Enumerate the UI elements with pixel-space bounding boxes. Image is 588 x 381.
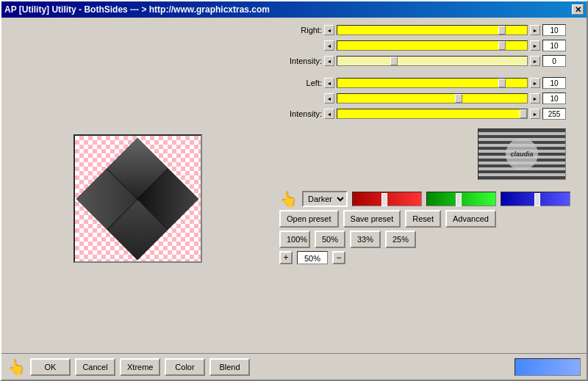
- right2-slider-track[interactable]: [337, 40, 528, 51]
- right2-slider-row: ◄ ► 10: [279, 39, 581, 52]
- right1-left-arrow[interactable]: ◄: [324, 25, 334, 35]
- zoom-plus-button[interactable]: +: [279, 251, 293, 264]
- right2-value: 10: [542, 40, 566, 51]
- window-title: AP [Utility] Utility - BothSides --- > h…: [4, 4, 572, 15]
- content-area: Right: ◄ ► 10 ◄ ► 10 Intensity: ◄: [1, 18, 587, 380]
- left1-left-arrow[interactable]: ◄: [324, 78, 334, 88]
- zoom-presets-row: 100% 50% 33% 25%: [279, 231, 581, 248]
- left2-left-arrow[interactable]: ◄: [324, 93, 334, 104]
- open-preset-button[interactable]: Open preset: [279, 210, 339, 228]
- zoom-current-value: 50%: [297, 251, 328, 264]
- blue-slider[interactable]: [501, 192, 570, 206]
- left2-value: 10: [542, 92, 566, 104]
- close-button[interactable]: ✕: [572, 4, 584, 15]
- zoom-control-row: + 50% −: [279, 251, 581, 264]
- left1-value: 10: [542, 77, 566, 89]
- red-slider[interactable]: [352, 192, 422, 206]
- mode-color-row: 👆 Darker: [279, 191, 581, 207]
- intensity1-slider-track[interactable]: [337, 56, 528, 66]
- green-slider-thumb[interactable]: [456, 193, 462, 206]
- right2-slider-thumb[interactable]: [498, 41, 506, 50]
- zoom-33-button[interactable]: 33%: [350, 231, 381, 248]
- intensity1-right-arrow[interactable]: ►: [530, 56, 540, 66]
- preview-circle: claudia: [506, 138, 538, 170]
- gap1: [279, 70, 581, 74]
- color-preview-box: [514, 358, 581, 376]
- right2-left-arrow[interactable]: ◄: [324, 40, 334, 51]
- bottom-controls: 👆 Darker Open preset: [279, 191, 581, 267]
- intensity1-slider-row: Intensity: ◄ ► 0: [279, 54, 581, 68]
- blue-slider-thumb[interactable]: [534, 193, 540, 206]
- right-slider-group: Right: ◄ ► 10: [279, 23, 581, 37]
- green-slider[interactable]: [426, 192, 496, 206]
- zoom-minus-button[interactable]: −: [332, 251, 345, 264]
- cancel-button[interactable]: Cancel: [75, 358, 115, 376]
- right1-slider-thumb[interactable]: [498, 26, 506, 35]
- right1-slider-track[interactable]: [337, 25, 528, 35]
- left-label: Left:: [279, 79, 322, 87]
- main-window: AP [Utility] Utility - BothSides --- > h…: [0, 0, 588, 381]
- save-preset-button[interactable]: Save preset: [343, 210, 401, 228]
- intensity2-left-arrow[interactable]: ◄: [324, 109, 334, 119]
- preview-canvas: [74, 134, 202, 263]
- hand-icon-1: 👆: [279, 192, 298, 206]
- left-panel: [1, 18, 273, 380]
- intensity1-slider-thumb[interactable]: [390, 57, 398, 65]
- intensity2-slider-track[interactable]: [337, 109, 528, 119]
- xtreme-button[interactable]: Xtreme: [120, 358, 160, 376]
- ok-button[interactable]: OK: [30, 358, 71, 376]
- zoom-100-button[interactable]: 100%: [279, 231, 310, 248]
- left2-slider-row: ◄ ► 10: [279, 92, 581, 105]
- color-button[interactable]: Color: [165, 358, 205, 376]
- intensity1-value: 0: [542, 55, 566, 67]
- right1-right-arrow[interactable]: ►: [530, 25, 540, 35]
- intensity1-label: Intensity:: [279, 57, 322, 65]
- bottom-bar: 👆 OK Cancel Xtreme Color Blend: [1, 353, 587, 380]
- zoom-25-button[interactable]: 25%: [385, 231, 416, 248]
- blend-button[interactable]: Blend: [209, 358, 250, 376]
- right-panel: Right: ◄ ► 10 ◄ ► 10 Intensity: ◄: [273, 18, 587, 380]
- right2-right-arrow[interactable]: ►: [530, 40, 540, 51]
- intensity2-value: 255: [542, 108, 566, 120]
- zoom-50-button[interactable]: 50%: [315, 231, 345, 248]
- left-slider-group: Left: ◄ ► 10: [279, 76, 581, 90]
- blend-mode-select[interactable]: Darker: [302, 191, 348, 207]
- intensity2-label: Intensity:: [279, 109, 322, 118]
- stripe-preview: claudia: [478, 128, 566, 180]
- preset-buttons-row: Open preset Save preset Reset Advanced: [279, 210, 581, 228]
- left2-right-arrow[interactable]: ►: [530, 93, 540, 104]
- reset-button[interactable]: Reset: [405, 210, 441, 228]
- intensity2-right-arrow[interactable]: ►: [530, 109, 540, 119]
- left1-slider-track[interactable]: [337, 78, 528, 88]
- intensity2-slider-row: Intensity: ◄ ► 255: [279, 107, 581, 120]
- title-bar: AP [Utility] Utility - BothSides --- > h…: [1, 1, 587, 18]
- left2-slider-track[interactable]: [337, 93, 528, 104]
- intensity2-slider-thumb[interactable]: [520, 109, 527, 118]
- preview-thumb-area: claudia: [279, 128, 581, 180]
- left1-right-arrow[interactable]: ►: [530, 78, 540, 88]
- advanced-button[interactable]: Advanced: [445, 210, 496, 228]
- red-slider-thumb[interactable]: [381, 193, 387, 206]
- left2-slider-thumb[interactable]: [455, 94, 462, 103]
- left1-slider-thumb[interactable]: [498, 79, 506, 87]
- intensity1-left-arrow[interactable]: ◄: [324, 56, 334, 66]
- hand-icon-2: 👆: [7, 360, 26, 374]
- preview-text: claudia: [510, 150, 533, 158]
- right-label: Right:: [279, 26, 322, 35]
- right1-value: 10: [542, 24, 566, 36]
